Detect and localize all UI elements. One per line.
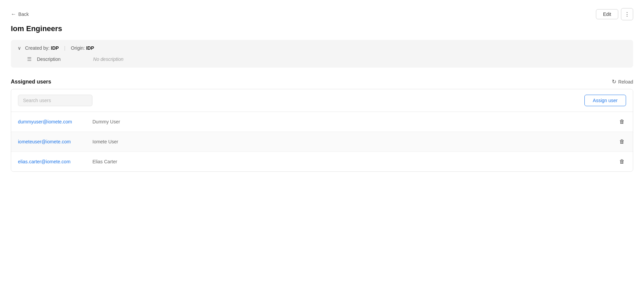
origin-label: Origin: bbox=[71, 45, 85, 51]
reload-button[interactable]: ↻ Reload bbox=[612, 78, 633, 85]
chevron-down-icon: ∨ bbox=[18, 45, 21, 51]
user-info: iometeuser@iomete.com Iomete User bbox=[18, 139, 118, 144]
page-container: ← Back Edit ⋮ Iom Engineers ∨ Created by… bbox=[0, 0, 644, 305]
back-arrow-icon: ← bbox=[11, 11, 16, 17]
delete-user-button[interactable]: 🗑 bbox=[618, 157, 626, 166]
assign-user-button[interactable]: Assign user bbox=[584, 95, 626, 106]
delete-user-button[interactable]: 🗑 bbox=[618, 117, 626, 126]
assigned-users-section: Assigned users ↻ Reload Assign user dumm… bbox=[11, 78, 633, 172]
page-title: Iom Engineers bbox=[11, 24, 633, 33]
meta-divider: | bbox=[64, 45, 66, 51]
edit-button[interactable]: Edit bbox=[596, 9, 618, 19]
top-bar: ← Back Edit ⋮ bbox=[11, 8, 633, 20]
more-options-button[interactable]: ⋮ bbox=[621, 8, 633, 20]
meta-details: ☰ Description No description bbox=[18, 56, 626, 62]
meta-header: ∨ Created by: IDP | Origin: IDP bbox=[18, 45, 626, 51]
table-toolbar: Assign user bbox=[11, 89, 633, 112]
table-row: iometeuser@iomete.com Iomete User 🗑 bbox=[11, 132, 633, 152]
created-by: Created by: IDP bbox=[25, 45, 59, 51]
assigned-users-header: Assigned users ↻ Reload bbox=[11, 78, 633, 85]
description-icon: ☰ bbox=[27, 56, 31, 62]
delete-user-button[interactable]: 🗑 bbox=[618, 137, 626, 146]
user-name: Dummy User bbox=[92, 119, 120, 124]
user-list: dummyuser@iomete.com Dummy User 🗑 iomete… bbox=[11, 112, 633, 171]
table-row: elias.carter@iomete.com Elias Carter 🗑 bbox=[11, 152, 633, 171]
back-button[interactable]: ← Back bbox=[11, 11, 29, 17]
user-email: dummyuser@iomete.com bbox=[18, 119, 86, 124]
reload-icon: ↻ bbox=[612, 78, 616, 85]
created-by-label: Created by: bbox=[25, 45, 49, 51]
search-input[interactable] bbox=[18, 95, 92, 106]
user-email: elias.carter@iomete.com bbox=[18, 159, 86, 164]
meta-section: ∨ Created by: IDP | Origin: IDP ☰ Descri… bbox=[11, 40, 633, 68]
table-row: dummyuser@iomete.com Dummy User 🗑 bbox=[11, 112, 633, 132]
user-name: Elias Carter bbox=[92, 159, 117, 164]
back-label: Back bbox=[18, 11, 29, 17]
description-value: No description bbox=[93, 56, 124, 62]
user-info: dummyuser@iomete.com Dummy User bbox=[18, 119, 120, 124]
users-table: Assign user dummyuser@iomete.com Dummy U… bbox=[11, 89, 633, 172]
user-email: iometeuser@iomete.com bbox=[18, 139, 86, 144]
user-info: elias.carter@iomete.com Elias Carter bbox=[18, 159, 117, 164]
reload-label: Reload bbox=[618, 79, 633, 85]
user-name: Iomete User bbox=[92, 139, 118, 144]
origin: Origin: IDP bbox=[71, 45, 94, 51]
created-by-value: IDP bbox=[51, 45, 59, 51]
top-actions: Edit ⋮ bbox=[596, 8, 633, 20]
description-label: Description bbox=[37, 56, 61, 62]
assigned-users-title: Assigned users bbox=[11, 79, 51, 85]
origin-value: IDP bbox=[86, 45, 94, 51]
